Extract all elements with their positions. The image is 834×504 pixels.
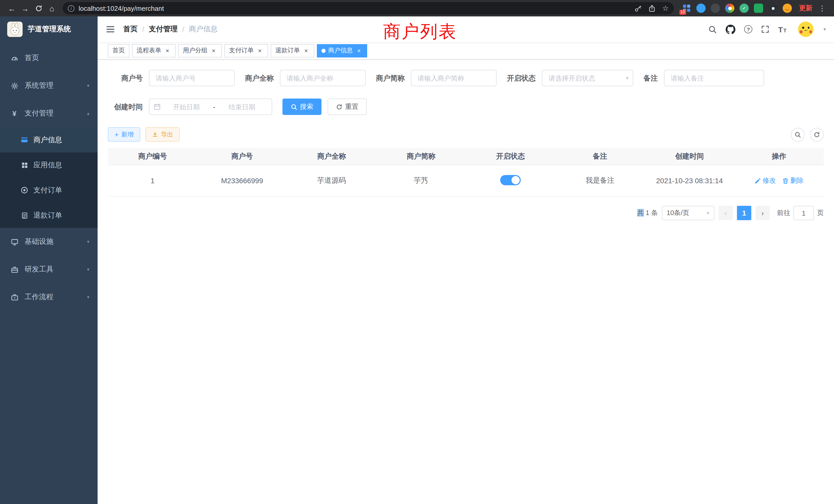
- status-select[interactable]: [542, 70, 633, 86]
- chevron-up-icon: ▴: [87, 111, 89, 116]
- tag-refund-order[interactable]: 退款订单 ×: [271, 44, 314, 57]
- close-icon[interactable]: ×: [164, 47, 171, 54]
- page-size-select[interactable]: 10条/页 ▾: [662, 206, 714, 220]
- date-range-picker[interactable]: -: [149, 98, 272, 115]
- github-icon[interactable]: [726, 24, 736, 34]
- chrome-update-button[interactable]: 更新: [799, 4, 812, 13]
- filter-merchant-no: 商户号: [108, 70, 235, 86]
- toggle-search-button[interactable]: [791, 128, 805, 141]
- breadcrumb: 首页 / 支付管理 / 商户信息: [123, 25, 218, 34]
- extension-icon-6[interactable]: [754, 4, 763, 13]
- sidebar-item-refund-order[interactable]: 退款订单: [0, 203, 97, 228]
- sidebar-item-merchant-info[interactable]: 商户信息: [0, 127, 97, 153]
- filter-label: 商户全称: [240, 70, 280, 86]
- tags-bar: 首页 流程表单 × 用户分组 × 支付订单 × 退款订单 ×: [97, 42, 834, 60]
- main-area: 首页 / 支付管理 / 商户信息 ?: [97, 17, 834, 504]
- fullscreen-icon[interactable]: [761, 25, 769, 33]
- bookmark-star-icon[interactable]: ☆: [662, 4, 668, 12]
- target-circle-icon: [21, 186, 28, 194]
- extension-icon-1[interactable]: 10: [682, 4, 691, 13]
- font-size-icon[interactable]: TT: [778, 25, 787, 33]
- filter-label: 开启状态: [502, 70, 542, 86]
- filter-create-time: 创建时间 -: [108, 98, 272, 115]
- url-text: localhost:1024/pay/merchant: [79, 4, 635, 12]
- close-icon[interactable]: ×: [355, 47, 363, 54]
- tag-label: 首页: [112, 46, 125, 55]
- help-icon[interactable]: ?: [744, 25, 752, 33]
- sidebar-item-label: 首页: [25, 53, 39, 63]
- chrome-menu-icon[interactable]: ⋮: [815, 2, 829, 15]
- tag-payment-order[interactable]: 支付订单 ×: [224, 44, 268, 57]
- merchant-no-input[interactable]: [149, 70, 235, 86]
- goto-page-input[interactable]: [793, 206, 814, 220]
- tag-home[interactable]: 首页: [108, 44, 129, 57]
- sidebar-item-workflow[interactable]: 工作流程 ▾: [0, 283, 97, 311]
- full-name-input[interactable]: [280, 70, 366, 86]
- sidebar-item-label: 系统管理: [25, 81, 53, 90]
- add-button[interactable]: + 新增: [108, 127, 140, 142]
- hamburger-icon[interactable]: [106, 25, 115, 34]
- home-icon[interactable]: ⌂: [45, 2, 59, 15]
- forward-icon[interactable]: →: [19, 2, 32, 15]
- sidebar-item-system[interactable]: 系统管理 ▾: [0, 72, 97, 99]
- extension-icon-5[interactable]: ✓: [740, 4, 749, 13]
- reload-icon[interactable]: [32, 2, 45, 15]
- edit-button[interactable]: 修改: [754, 176, 776, 185]
- sidebar-item-payment-order[interactable]: 支付订单: [0, 178, 97, 203]
- delete-button[interactable]: 删除: [782, 176, 804, 185]
- tag-merchant-info[interactable]: 商户信息 ×: [317, 44, 367, 57]
- sidebar-item-payment[interactable]: ¥ 支付管理 ▴: [0, 99, 97, 127]
- briefcase-icon: [10, 293, 19, 301]
- reset-button[interactable]: 重置: [328, 98, 367, 115]
- avatar-caret-icon[interactable]: ▾: [824, 27, 826, 32]
- share-icon[interactable]: [649, 4, 656, 12]
- status-toggle[interactable]: [500, 175, 521, 185]
- short-name-input[interactable]: [411, 70, 497, 86]
- tag-user-group[interactable]: 用户分组 ×: [178, 44, 222, 57]
- column-header: 创建时间: [645, 152, 734, 161]
- chevron-down-icon: ▾: [707, 210, 709, 216]
- chevron-down-icon: ▾: [87, 239, 89, 244]
- site-info-icon[interactable]: i: [68, 5, 74, 12]
- grid-icon: [21, 161, 28, 169]
- extension-icon-4[interactable]: [725, 4, 734, 13]
- back-icon[interactable]: ←: [5, 2, 19, 15]
- extension-icon-3[interactable]: [711, 4, 720, 13]
- pagination: 共 1 条 10条/页 ▾ ‹ 1 › 前往 页: [108, 206, 824, 220]
- extension-icon-8[interactable]: [783, 4, 792, 13]
- address-bar[interactable]: i localhost:1024/pay/merchant ☆: [63, 2, 674, 14]
- close-icon[interactable]: ×: [256, 47, 263, 54]
- column-header: 商户全称: [287, 152, 376, 161]
- remark-input[interactable]: [664, 70, 764, 86]
- extension-icon-2[interactable]: [696, 4, 706, 13]
- tag-process-form[interactable]: 流程表单 ×: [132, 44, 176, 57]
- page-1-button[interactable]: 1: [737, 206, 751, 220]
- sidebar-item-infrastructure[interactable]: 基础设施 ▾: [0, 228, 97, 256]
- search-icon[interactable]: [708, 25, 717, 33]
- close-icon[interactable]: ×: [210, 47, 217, 54]
- active-dot: [322, 48, 326, 53]
- sidebar-item-app-info[interactable]: 应用信息: [0, 153, 97, 178]
- app-logo[interactable]: 芋道管理系统: [0, 17, 97, 42]
- export-button[interactable]: 导出: [145, 127, 180, 142]
- end-date-input[interactable]: [216, 103, 267, 111]
- column-header: 商户编号: [108, 152, 197, 161]
- search-button[interactable]: 搜索: [282, 98, 322, 115]
- close-icon[interactable]: ×: [303, 47, 310, 54]
- sidebar-item-home[interactable]: 首页: [0, 44, 97, 72]
- toolbar-utilities: [791, 128, 824, 141]
- user-avatar[interactable]: [798, 22, 814, 37]
- filter-label: 商户号: [108, 70, 149, 86]
- sidebar-item-dev-tools[interactable]: 研发工具 ▾: [0, 256, 97, 283]
- chevron-down-icon: ▾: [626, 75, 629, 81]
- refresh-button[interactable]: [810, 128, 824, 141]
- password-key-icon[interactable]: [635, 4, 642, 12]
- column-header: 备注: [555, 152, 645, 161]
- breadcrumb-payment[interactable]: 支付管理: [149, 25, 178, 34]
- breadcrumb-home[interactable]: 首页: [123, 25, 138, 34]
- extension-icon-7[interactable]: [768, 4, 777, 13]
- start-date-input[interactable]: [161, 103, 212, 111]
- tag-label: 商户信息: [328, 46, 353, 55]
- prev-page-button[interactable]: ‹: [719, 206, 733, 220]
- next-page-button[interactable]: ›: [755, 206, 770, 220]
